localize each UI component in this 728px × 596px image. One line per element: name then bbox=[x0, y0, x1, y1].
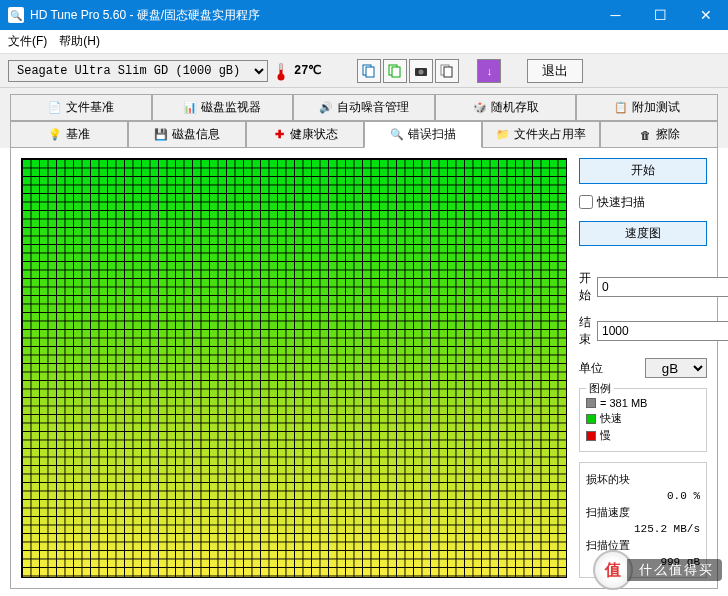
end-label: 结束 bbox=[579, 314, 591, 348]
side-panel: 开始 快速扫描 速度图 开始 ▲▼ 结束 ▲▼ 单位 gB 图例 = 381 M… bbox=[579, 158, 707, 578]
tab-extra-tests[interactable]: 📋附加测试 bbox=[576, 94, 718, 121]
chart-icon: 📊 bbox=[183, 101, 197, 115]
tab-erase[interactable]: 🗑擦除 bbox=[600, 121, 718, 148]
trash-icon: 🗑 bbox=[638, 128, 652, 142]
tabs-area: 📄文件基准 📊磁盘监视器 🔊自动噪音管理 🎲随机存取 📋附加测试 💡基准 💾磁盘… bbox=[0, 88, 728, 148]
app-icon: 🔍 bbox=[8, 7, 24, 23]
svg-rect-10 bbox=[444, 67, 452, 77]
copy-info-button[interactable] bbox=[383, 59, 407, 83]
legend-title: 图例 bbox=[586, 381, 614, 396]
menu-file[interactable]: 文件(F) bbox=[8, 33, 47, 50]
dice-icon: 🎲 bbox=[473, 101, 487, 115]
tab-file-benchmark[interactable]: 📄文件基准 bbox=[10, 94, 152, 121]
legend-slow-icon bbox=[586, 431, 596, 441]
svg-point-8 bbox=[419, 69, 424, 74]
window-title: HD Tune Pro 5.60 - 硬盘/固态硬盘实用程序 bbox=[30, 7, 593, 24]
legend-fast-icon bbox=[586, 414, 596, 424]
unit-label: 单位 bbox=[579, 360, 609, 377]
menubar: 文件(F) 帮助(H) bbox=[0, 30, 728, 54]
speed-label: 扫描速度 bbox=[586, 505, 700, 520]
titlebar: 🔍 HD Tune Pro 5.60 - 硬盘/固态硬盘实用程序 ─ ☐ ✕ bbox=[0, 0, 728, 30]
start-input[interactable] bbox=[597, 277, 728, 297]
tab-disk-monitor[interactable]: 📊磁盘监视器 bbox=[152, 94, 294, 121]
speed-value: 125.2 MB/s bbox=[586, 523, 700, 535]
end-input[interactable] bbox=[597, 321, 728, 341]
quick-scan-checkbox[interactable] bbox=[579, 195, 593, 209]
copy-screenshot-button[interactable] bbox=[435, 59, 459, 83]
magnifier-icon: 🔍 bbox=[390, 128, 404, 142]
screenshot-button[interactable] bbox=[409, 59, 433, 83]
legend-block-icon bbox=[586, 398, 596, 408]
menu-help[interactable]: 帮助(H) bbox=[59, 33, 100, 50]
clipboard-icon: 📋 bbox=[614, 101, 628, 115]
copy-text-button[interactable] bbox=[357, 59, 381, 83]
damaged-value: 0.0 % bbox=[586, 490, 700, 502]
file-icon: 📄 bbox=[48, 101, 62, 115]
tab-info[interactable]: 💾磁盘信息 bbox=[128, 121, 246, 148]
damaged-label: 损坏的块 bbox=[586, 472, 700, 487]
legend-box: 图例 = 381 MB 快速 慢 bbox=[579, 388, 707, 452]
watermark-text: 什么值得买 bbox=[627, 559, 722, 581]
watermark: 值 什么值得买 bbox=[593, 550, 722, 590]
start-label: 开始 bbox=[579, 270, 591, 304]
svg-rect-6 bbox=[392, 67, 400, 77]
save-button[interactable]: ↓ bbox=[477, 59, 501, 83]
tab-health[interactable]: ✚健康状态 bbox=[246, 121, 364, 148]
folder-icon: 📁 bbox=[496, 128, 510, 142]
tab-random-access[interactable]: 🎲随机存取 bbox=[435, 94, 577, 121]
tab-folder-usage[interactable]: 📁文件夹占用率 bbox=[482, 121, 600, 148]
toolbar: Seagate Ultra Slim GD (1000 gB) 27℃ ↓ 退出 bbox=[0, 54, 728, 88]
svg-rect-2 bbox=[280, 63, 283, 70]
svg-rect-4 bbox=[366, 67, 374, 77]
speed-map-button[interactable]: 速度图 bbox=[579, 221, 707, 247]
close-button[interactable]: ✕ bbox=[683, 0, 728, 30]
start-button[interactable]: 开始 bbox=[579, 158, 707, 184]
disk-icon: 💾 bbox=[154, 128, 168, 142]
temperature-value: 27℃ bbox=[294, 63, 321, 78]
scan-grid bbox=[21, 158, 567, 578]
unit-select[interactable]: gB bbox=[645, 358, 707, 378]
maximize-button[interactable]: ☐ bbox=[638, 0, 683, 30]
exit-button[interactable]: 退出 bbox=[527, 59, 583, 83]
tab-aam[interactable]: 🔊自动噪音管理 bbox=[293, 94, 435, 121]
bulb-icon: 💡 bbox=[48, 128, 62, 142]
quick-scan-label: 快速扫描 bbox=[597, 194, 645, 211]
tab-error-scan[interactable]: 🔍错误扫描 bbox=[364, 121, 482, 148]
tab-benchmark[interactable]: 💡基准 bbox=[10, 121, 128, 148]
grid-overlay bbox=[22, 159, 566, 577]
content-area: 开始 快速扫描 速度图 开始 ▲▼ 结束 ▲▼ 单位 gB 图例 = 381 M… bbox=[10, 147, 718, 589]
drive-select[interactable]: Seagate Ultra Slim GD (1000 gB) bbox=[8, 60, 268, 82]
speaker-icon: 🔊 bbox=[319, 101, 333, 115]
minimize-button[interactable]: ─ bbox=[593, 0, 638, 30]
thermometer-icon bbox=[274, 61, 288, 81]
plus-icon: ✚ bbox=[272, 128, 286, 142]
